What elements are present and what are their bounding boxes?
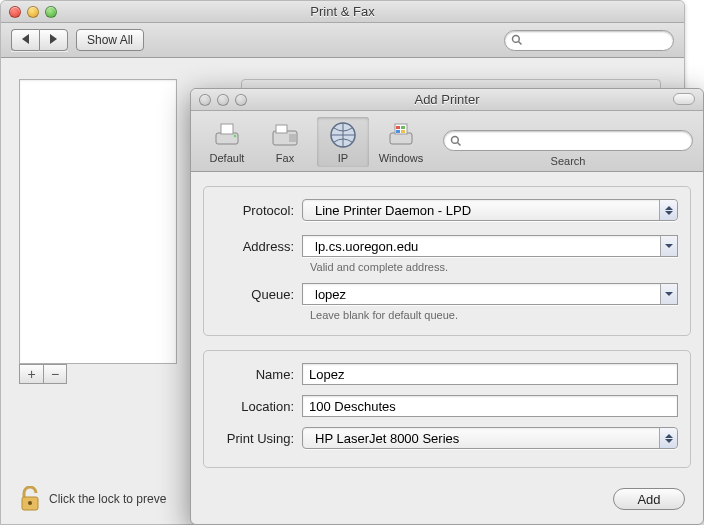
location-input[interactable]: [302, 395, 678, 417]
chevron-down-icon[interactable]: [660, 284, 677, 304]
back-search-input[interactable]: [527, 33, 667, 47]
front-toolbar: Default Fax IP Windows: [191, 111, 703, 172]
address-label: Address:: [216, 239, 302, 254]
add-remove-seg: + −: [19, 364, 67, 384]
name-label: Name:: [216, 367, 302, 382]
queue-combo[interactable]: [302, 283, 678, 305]
search-icon: [450, 135, 462, 147]
svg-rect-15: [396, 130, 400, 133]
print-using-select[interactable]: HP LaserJet 8000 Series: [302, 427, 678, 449]
back-window-title: Print & Fax: [1, 4, 684, 19]
connection-group: Protocol: Line Printer Daemon - LPD Addr…: [203, 186, 691, 336]
queue-label: Queue:: [216, 287, 302, 302]
minimize-icon[interactable]: [217, 94, 229, 106]
protocol-value: Line Printer Daemon - LPD: [309, 203, 477, 218]
search-label: Search: [443, 155, 693, 167]
toolbar-item-fax[interactable]: Fax: [259, 117, 311, 167]
lock-row[interactable]: Click the lock to preve: [19, 486, 166, 512]
back-search-field[interactable]: [504, 30, 674, 51]
svg-rect-4: [216, 133, 238, 144]
zoom-icon[interactable]: [235, 94, 247, 106]
back-toolbar: Show All: [1, 23, 684, 58]
chevron-left-icon: [22, 34, 29, 44]
print-using-label: Print Using:: [216, 431, 302, 446]
printer-icon: [211, 120, 243, 150]
svg-line-18: [458, 142, 461, 145]
svg-rect-11: [390, 133, 412, 144]
windows-printer-icon: [385, 120, 417, 150]
queue-hint: Leave blank for default queue.: [310, 309, 678, 321]
forward-button[interactable]: [39, 29, 68, 51]
print-using-value: HP LaserJet 8000 Series: [309, 431, 465, 446]
queue-input[interactable]: [309, 287, 660, 302]
svg-rect-5: [221, 124, 233, 134]
protocol-select[interactable]: Line Printer Daemon - LPD: [302, 199, 678, 221]
svg-rect-16: [401, 130, 405, 133]
address-input[interactable]: [309, 239, 660, 254]
lock-icon: [19, 486, 41, 512]
toolbar-item-windows[interactable]: Windows: [375, 117, 427, 167]
protocol-label: Protocol:: [216, 203, 302, 218]
address-combo[interactable]: [302, 235, 678, 257]
front-window-title: Add Printer: [191, 92, 703, 107]
toolbar-item-label: IP: [338, 152, 348, 164]
svg-point-3: [28, 501, 32, 505]
svg-point-6: [234, 135, 237, 138]
svg-rect-9: [289, 134, 296, 142]
zoom-icon[interactable]: [45, 6, 57, 18]
add-button[interactable]: Add: [613, 488, 685, 510]
fax-icon: [269, 120, 301, 150]
back-titlebar: Print & Fax: [1, 1, 684, 23]
updown-icon: [659, 200, 677, 220]
svg-rect-8: [276, 125, 287, 133]
add-printer-window: Add Printer Default Fax IP: [190, 88, 704, 525]
add-printer-button[interactable]: +: [19, 364, 43, 384]
nav-seg: [11, 29, 68, 51]
svg-rect-13: [396, 126, 400, 129]
back-button[interactable]: [11, 29, 39, 51]
remove-printer-button[interactable]: −: [43, 364, 67, 384]
show-all-button[interactable]: Show All: [76, 29, 144, 51]
front-traffic-lights: [191, 94, 247, 106]
search-icon: [511, 34, 523, 46]
globe-icon: [327, 120, 359, 150]
back-traffic-lights: [1, 6, 57, 18]
svg-point-0: [513, 36, 520, 43]
close-icon[interactable]: [199, 94, 211, 106]
toolbar-item-ip[interactable]: IP: [317, 117, 369, 167]
front-search-input[interactable]: [466, 134, 686, 148]
updown-icon: [659, 428, 677, 448]
minimize-icon[interactable]: [27, 6, 39, 18]
identity-group: Name: Location: Print Using: HP LaserJet…: [203, 350, 691, 468]
address-hint: Valid and complete address.: [310, 261, 678, 273]
chevron-right-icon: [50, 34, 57, 44]
svg-rect-14: [401, 126, 405, 129]
name-input[interactable]: [302, 363, 678, 385]
svg-point-17: [452, 136, 459, 143]
toolbar-item-label: Default: [210, 152, 245, 164]
location-label: Location:: [216, 399, 302, 414]
front-titlebar: Add Printer: [191, 89, 703, 111]
lock-text: Click the lock to preve: [49, 492, 166, 506]
front-search-field[interactable]: [443, 130, 693, 151]
printer-list[interactable]: [19, 79, 177, 364]
toolbar-item-label: Windows: [379, 152, 424, 164]
close-icon[interactable]: [9, 6, 21, 18]
toolbar-item-label: Fax: [276, 152, 294, 164]
svg-line-1: [519, 42, 522, 45]
toolbar-item-default[interactable]: Default: [201, 117, 253, 167]
chevron-down-icon[interactable]: [660, 236, 677, 256]
toolbar-toggle-pill[interactable]: [673, 93, 695, 105]
